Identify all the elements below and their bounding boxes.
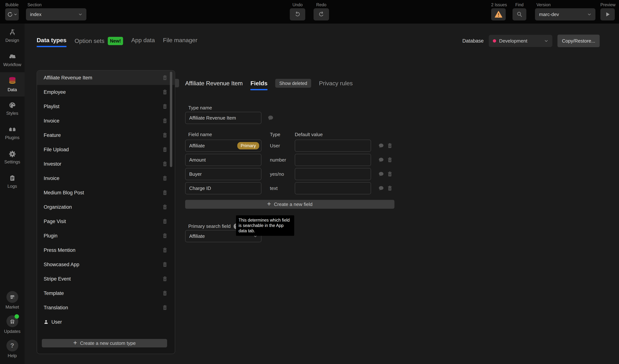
default-value-input[interactable] xyxy=(295,154,371,166)
bubble-refresh-button[interactable] xyxy=(5,8,19,20)
trash-icon[interactable] xyxy=(162,104,168,109)
trash-icon[interactable] xyxy=(162,75,168,81)
sidebar-item-updates[interactable]: Updates xyxy=(0,312,25,337)
comment-icon[interactable] xyxy=(268,115,274,121)
custom-type-row[interactable]: Affiliate Revenue Item xyxy=(37,70,175,85)
gear-icon xyxy=(9,150,16,158)
custom-type-row[interactable]: Employee xyxy=(37,85,175,99)
trash-icon[interactable] xyxy=(162,204,168,210)
tab-app-data[interactable]: App data xyxy=(131,35,155,44)
type-editor-header: Affiliate Revenue Item Fields Show delet… xyxy=(185,79,353,90)
trash-icon[interactable] xyxy=(162,291,168,296)
custom-type-row[interactable]: User xyxy=(37,315,175,329)
sidebar-item-settings[interactable]: Settings xyxy=(0,145,25,169)
default-value-input[interactable] xyxy=(295,140,371,152)
tab-data-types[interactable]: Data types xyxy=(37,35,67,47)
puzzle-icon xyxy=(8,126,16,133)
field-row: yes/no xyxy=(185,168,425,180)
comment-icon[interactable] xyxy=(378,143,384,148)
sidebar-item-market[interactable]: Market xyxy=(0,288,25,312)
trash-icon[interactable] xyxy=(162,219,168,224)
trash-icon[interactable] xyxy=(162,305,168,310)
undo-button[interactable] xyxy=(290,8,305,20)
data-section-tabs: Data types Option sets New! App data Fil… xyxy=(37,35,197,47)
custom-type-row[interactable]: Organization xyxy=(37,200,175,214)
preview-label: Preview xyxy=(600,2,616,7)
custom-type-label: Feature xyxy=(44,132,61,138)
types-list-scrollbar[interactable] xyxy=(170,72,172,167)
issues-button[interactable] xyxy=(491,8,506,20)
trash-icon[interactable] xyxy=(387,171,393,177)
trash-icon[interactable] xyxy=(162,233,168,238)
trash-icon[interactable] xyxy=(162,132,168,138)
copy-restore-button[interactable]: Copy/Restore... xyxy=(558,35,600,47)
issues-label: 2 Issues xyxy=(491,2,507,7)
sidebar-item-logs[interactable]: Logs xyxy=(0,169,25,194)
trash-icon[interactable] xyxy=(162,161,168,167)
trash-icon[interactable] xyxy=(387,143,393,148)
database-label: Database xyxy=(462,38,484,44)
field-name-input[interactable] xyxy=(185,154,261,166)
section-select[interactable]: index xyxy=(26,8,86,20)
sidebar-item-label: Styles xyxy=(6,111,18,116)
custom-type-row[interactable]: Showcased App xyxy=(37,257,175,272)
chevron-down-icon xyxy=(14,13,17,16)
custom-type-row[interactable]: Playlist xyxy=(37,99,175,114)
trash-icon[interactable] xyxy=(162,247,168,253)
sidebar-item-plugins[interactable]: Plugins xyxy=(0,121,25,145)
custom-type-row[interactable]: Medium Blog Post xyxy=(37,185,175,200)
sidebar-item-label: Data xyxy=(8,87,17,92)
custom-type-label: Page Visit xyxy=(44,219,66,224)
type-name-input[interactable] xyxy=(185,112,261,124)
preview-button[interactable] xyxy=(600,8,615,20)
custom-type-row[interactable]: Stripe Event xyxy=(37,272,175,286)
create-custom-type-button[interactable]: + Create a new custom type xyxy=(42,339,167,347)
tab-option-sets[interactable]: Option sets New! xyxy=(75,35,123,45)
field-name-input[interactable] xyxy=(185,168,261,180)
gift-icon xyxy=(6,315,18,327)
sidebar-item-styles[interactable]: Styles xyxy=(0,97,25,121)
create-field-button[interactable]: + Create a new field xyxy=(185,200,394,209)
tab-file-manager[interactable]: File manager xyxy=(163,35,197,44)
trash-icon[interactable] xyxy=(162,276,168,282)
custom-type-row[interactable]: File Upload xyxy=(37,142,175,157)
custom-type-row[interactable]: Translation xyxy=(37,300,175,315)
trash-icon[interactable] xyxy=(162,147,168,152)
field-name-input[interactable] xyxy=(185,182,261,194)
sidebar-item-label: Updates xyxy=(4,329,20,334)
show-deleted-fields-button[interactable]: Show deleted xyxy=(275,79,311,88)
custom-type-row[interactable]: Invoice xyxy=(37,114,175,128)
user-icon xyxy=(44,320,48,324)
trash-icon[interactable] xyxy=(162,190,168,196)
custom-type-row[interactable]: Invoice xyxy=(37,171,175,185)
find-button[interactable] xyxy=(512,8,526,20)
sidebar-item-design[interactable]: Design xyxy=(0,24,25,48)
custom-type-row[interactable]: Investor xyxy=(37,157,175,171)
default-value-input[interactable] xyxy=(295,168,371,180)
sidebar-item-data[interactable]: Data xyxy=(0,72,25,97)
tab-privacy-rules[interactable]: Privacy rules xyxy=(319,79,353,87)
custom-type-row[interactable]: Plugin xyxy=(37,229,175,243)
comment-icon[interactable] xyxy=(378,186,384,191)
trash-icon[interactable] xyxy=(162,89,168,95)
sidebar-item-workflow[interactable]: Workflow xyxy=(0,48,25,72)
comment-icon[interactable] xyxy=(378,171,384,177)
trash-icon[interactable] xyxy=(387,157,393,163)
custom-type-row[interactable]: Template xyxy=(37,286,175,300)
trash-icon[interactable] xyxy=(387,185,393,191)
custom-type-row[interactable]: Page Visit xyxy=(37,214,175,229)
trash-icon[interactable] xyxy=(162,262,168,267)
trash-icon[interactable] xyxy=(162,118,168,124)
tab-fields[interactable]: Fields xyxy=(250,79,267,90)
redo-button[interactable] xyxy=(313,8,329,20)
trash-icon[interactable] xyxy=(162,176,168,181)
updates-badge-dot xyxy=(14,314,19,319)
default-value-input[interactable] xyxy=(295,182,371,194)
version-select[interactable]: marc-dev xyxy=(535,8,595,20)
environment-select[interactable]: Development xyxy=(489,35,552,47)
find-label: Find xyxy=(512,2,526,7)
custom-type-row[interactable]: Feature xyxy=(37,128,175,142)
sidebar-item-help[interactable]: ? Help xyxy=(0,337,25,361)
custom-type-row[interactable]: Press Mention xyxy=(37,243,175,257)
comment-icon[interactable] xyxy=(378,157,384,163)
